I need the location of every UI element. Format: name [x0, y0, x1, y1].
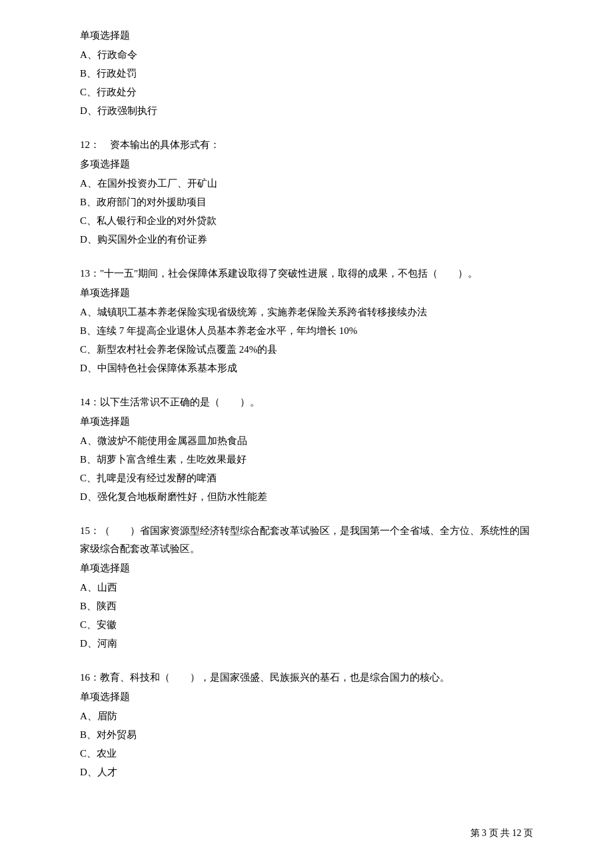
- option-1c: C、行政处分: [80, 83, 533, 101]
- question-block-12: 12： 资本输出的具体形式有： 多项选择题 A、在国外投资办工厂、开矿山 B、政…: [80, 136, 533, 249]
- option-14c: C、扎啤是没有经过发酵的啤酒: [80, 469, 533, 487]
- page-info: 第 3 页 共 12 页: [470, 828, 534, 838]
- q13-num: 13: [80, 268, 90, 279]
- option-14d: D、强化复合地板耐磨性好，但防水性能差: [80, 488, 533, 506]
- question-title-16: 16：教育、科技和（ ），是国家强盛、民族振兴的基石，也是综合国力的核心。: [80, 669, 533, 687]
- question-block-15: 15：（ ）省国家资源型经济转型综合配套改革试验区，是我国第一个全省域、全方位、…: [80, 522, 533, 653]
- option-14a: A、微波炉不能使用金属器皿加热食品: [80, 432, 533, 450]
- q14-num: 14: [80, 397, 90, 407]
- question-type-16: 单项选择题: [80, 688, 533, 706]
- question-block-13: 13："十一五"期间，社会保障体系建设取得了突破性进展，取得的成果，不包括（ ）…: [80, 265, 533, 377]
- option-12d: D、购买国外企业的有价证券: [80, 231, 533, 249]
- option-12a: A、在国外投资办工厂、开矿山: [80, 175, 533, 193]
- option-12b: B、政府部门的对外援助项目: [80, 193, 533, 211]
- question-type-12: 多项选择题: [80, 155, 533, 173]
- question-title-14: 14：以下生活常识不正确的是（ ）。: [80, 393, 533, 411]
- q16-num: 16: [80, 672, 90, 683]
- question-block-16: 16：教育、科技和（ ），是国家强盛、民族振兴的基石，也是综合国力的核心。 单项…: [80, 669, 533, 781]
- option-16b: B、对外贸易: [80, 726, 533, 744]
- option-13c: C、新型农村社会养老保险试点覆盖 24%的县: [80, 341, 533, 359]
- option-13a: A、城镇职工基本养老保险实现省级统筹，实施养老保险关系跨省转移接续办法: [80, 303, 533, 321]
- option-15a: A、山西: [80, 579, 533, 597]
- option-14b: B、胡萝卜富含维生素，生吃效果最好: [80, 451, 533, 469]
- option-12c: C、私人银行和企业的对外贷款: [80, 212, 533, 230]
- option-1a: A、行政命令: [80, 46, 533, 64]
- option-15b: B、陕西: [80, 597, 533, 615]
- question-title-15: 15：（ ）省国家资源型经济转型综合配套改革试验区，是我国第一个全省域、全方位、…: [80, 522, 533, 558]
- question-type-1: 单项选择题: [80, 27, 533, 45]
- option-1d: D、行政强制执行: [80, 102, 533, 120]
- q12-num: 12: [80, 139, 90, 150]
- option-15c: C、安徽: [80, 616, 533, 634]
- option-15d: D、河南: [80, 635, 533, 653]
- option-1b: B、行政处罚: [80, 65, 533, 83]
- question-title-13: 13："十一五"期间，社会保障体系建设取得了突破性进展，取得的成果，不包括（ ）…: [80, 265, 533, 283]
- page-footer: 第 3 页 共 12 页: [470, 825, 534, 841]
- option-13b: B、连续 7 年提高企业退休人员基本养老金水平，年均增长 10%: [80, 322, 533, 340]
- question-type-14: 单项选择题: [80, 413, 533, 431]
- question-title-12: 12： 资本输出的具体形式有：: [80, 136, 533, 154]
- question-block-14: 14：以下生活常识不正确的是（ ）。 单项选择题 A、微波炉不能使用金属器皿加热…: [80, 393, 533, 506]
- option-16d: D、人才: [80, 763, 533, 781]
- q15-num: 15: [80, 525, 90, 536]
- option-16c: C、农业: [80, 745, 533, 763]
- question-type-13: 单项选择题: [80, 284, 533, 302]
- option-16a: A、眉防: [80, 707, 533, 725]
- question-type-15: 单项选择题: [80, 559, 533, 577]
- question-block-1: 单项选择题 A、行政命令 B、行政处罚 C、行政处分 D、行政强制执行: [80, 27, 533, 120]
- option-13d: D、中国特色社会保障体系基本形成: [80, 359, 533, 377]
